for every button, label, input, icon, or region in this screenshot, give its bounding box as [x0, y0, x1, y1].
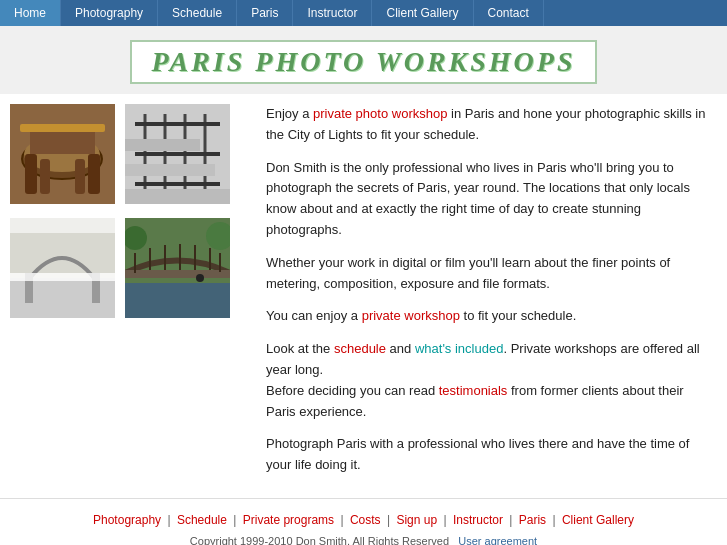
nav-instructor[interactable]: Instructor	[293, 0, 372, 26]
svg-point-40	[196, 274, 204, 282]
site-title: PARIS PHOTO WORKSHOPS	[130, 40, 598, 84]
photo-canal-bridge	[125, 218, 230, 318]
main-text: Enjoy a private photo workshop in Paris …	[250, 104, 707, 488]
svg-rect-6	[75, 159, 85, 194]
footer-client-gallery[interactable]: Client Gallery	[562, 513, 634, 527]
svg-rect-3	[25, 154, 37, 194]
private-workshop-link[interactable]: private workshop	[362, 308, 460, 323]
schedule-link[interactable]: schedule	[334, 341, 386, 356]
photos-column	[10, 104, 250, 488]
user-agreement-link[interactable]: User agreement	[458, 535, 537, 545]
svg-rect-4	[88, 154, 100, 194]
footer-costs[interactable]: Costs	[350, 513, 381, 527]
copyright: Copyright 1999-2010 Don Smith, All Right…	[0, 531, 727, 545]
photo-bar-interior	[10, 104, 115, 204]
svg-rect-5	[40, 159, 50, 194]
paragraph-2: Don Smith is the only professional who l…	[266, 158, 707, 241]
paragraph-1: Enjoy a private photo workshop in Paris …	[266, 104, 707, 146]
testimonials-link[interactable]: testimonials	[439, 383, 508, 398]
nav-schedule[interactable]: Schedule	[158, 0, 237, 26]
footer-photography[interactable]: Photography	[93, 513, 161, 527]
svg-rect-8	[30, 132, 95, 154]
paragraph-7: Photograph Paris with a professional who…	[266, 434, 707, 476]
photo-row-top	[10, 104, 250, 204]
nav-contact[interactable]: Contact	[474, 0, 544, 26]
svg-rect-7	[20, 124, 105, 132]
whats-included-link[interactable]: what's included	[415, 341, 503, 356]
site-header: PARIS PHOTO WORKSHOPS	[0, 26, 727, 94]
nav-home[interactable]: Home	[0, 0, 61, 26]
footer-instructor[interactable]: Instructor	[453, 513, 503, 527]
paragraph-3: Whether your work in digital or film you…	[266, 253, 707, 295]
svg-rect-30	[125, 270, 230, 278]
main-nav: Home Photography Schedule Paris Instruct…	[0, 0, 727, 26]
photo-row-bottom	[10, 218, 250, 318]
footer-private-programs[interactable]: Private programs	[243, 513, 334, 527]
svg-rect-18	[125, 189, 230, 204]
photo-staircase	[125, 104, 230, 204]
svg-rect-26	[10, 218, 115, 233]
footer-signup[interactable]: Sign up	[396, 513, 437, 527]
photo-bridge-winter	[10, 218, 115, 318]
footer-nav: Photography | Schedule | Private program…	[0, 498, 727, 531]
paragraph-5: Look at the schedule and what's included…	[266, 339, 707, 422]
svg-rect-19	[125, 164, 215, 176]
content-wrapper: Enjoy a private photo workshop in Paris …	[0, 94, 727, 498]
svg-rect-27	[10, 273, 115, 281]
svg-rect-29	[125, 283, 230, 318]
nav-client-gallery[interactable]: Client Gallery	[372, 0, 473, 26]
footer-schedule[interactable]: Schedule	[177, 513, 227, 527]
footer-paris[interactable]: Paris	[519, 513, 546, 527]
nav-photography[interactable]: Photography	[61, 0, 158, 26]
paragraph-4: You can enjoy a private workshop to fit …	[266, 306, 707, 327]
nav-paris[interactable]: Paris	[237, 0, 293, 26]
private-photo-workshop-link[interactable]: private photo workshop	[313, 106, 447, 121]
svg-rect-20	[125, 139, 200, 151]
